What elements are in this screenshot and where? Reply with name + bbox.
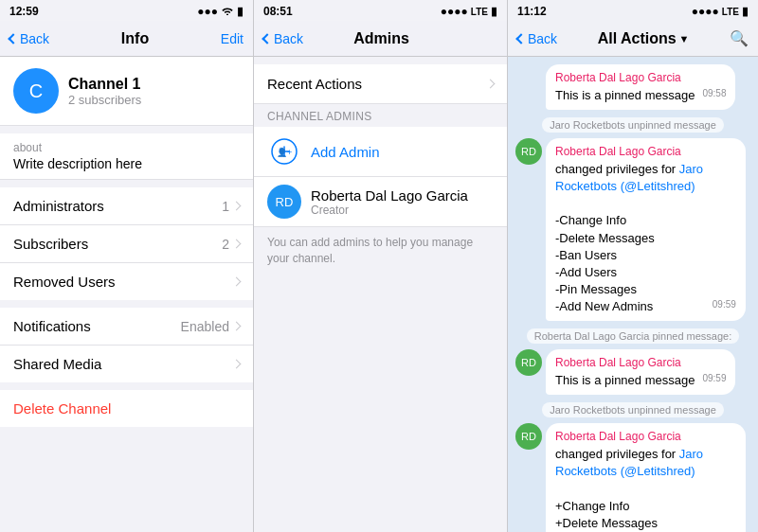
notifications-section: Notifications Enabled Shared Media — [0, 308, 253, 382]
sender-roberta-4: Roberta Dal Lago Garcia — [555, 429, 736, 445]
delete-channel-button[interactable]: Delete Channel — [0, 390, 253, 427]
pinned-text-1: This is a pinned message — [555, 88, 695, 102]
rd-avatar-2: RD — [515, 349, 542, 376]
system-msg-1: Jaro Rocketbots unpinned message — [542, 117, 724, 133]
battery-icon-right: ▮ — [742, 5, 749, 18]
admin-role: Creator — [311, 204, 468, 217]
removed-users-label: Removed Users — [13, 274, 116, 290]
system-msg-3: Jaro Rocketbots unpinned message — [542, 402, 724, 417]
administrators-label: Administrators — [13, 198, 104, 214]
panel-middle: 08:51 ●●●● LTE ▮ Back Admins Recent Acti… — [254, 0, 508, 532]
chevron-right-icon — [232, 202, 242, 211]
battery-icon-middle: ▮ — [491, 5, 497, 18]
admin-name: Roberta Dal Lago Garcia — [311, 187, 468, 204]
sender-roberta-3: Roberta Dal Lago Garcia — [555, 355, 726, 371]
recent-actions-label: Recent Actions — [267, 76, 362, 92]
channel-name: Channel 1 — [68, 76, 141, 93]
help-text: You can add admins to help you manage yo… — [254, 227, 507, 275]
channel-avatar: C — [13, 68, 59, 114]
panel-left: 12:59 ●●● ▮ Back Info Edit C Channel 1 2… — [0, 0, 254, 532]
subscribers-label: Subscribers — [13, 236, 88, 252]
nav-bar-right: Back All Actions ▼ 🔍 — [508, 21, 758, 57]
privileges-msg-2: Roberta Dal Lago Garcia changed privileg… — [546, 423, 746, 532]
about-section: about Write description here — [0, 133, 253, 180]
list-item-shared-media[interactable]: Shared Media — [0, 346, 253, 382]
administrators-right: 1 — [222, 199, 240, 214]
chat-msg-1: Roberta Dal Lago Garcia This is a pinned… — [515, 64, 750, 110]
about-description: Write description here — [13, 156, 240, 171]
chevron-right-icon-2 — [232, 239, 242, 249]
signal-icon-right: ●●●● — [692, 5, 719, 18]
chevron-left-icon — [8, 33, 18, 44]
edit-button[interactable]: Edit — [221, 31, 244, 46]
chat-msg-3: RD Roberta Dal Lago Garcia This is a pin… — [515, 349, 750, 395]
lte-icon-middle: LTE — [471, 7, 488, 17]
list-item-notifications[interactable]: Notifications Enabled — [0, 308, 253, 346]
nav-bar-left: Back Info Edit — [0, 21, 253, 57]
sender-roberta: Roberta Dal Lago Garcia — [555, 70, 726, 86]
recent-actions-chevron — [486, 80, 496, 89]
status-icons-right: ●●●● LTE ▮ — [692, 5, 749, 18]
system-msg-2: Roberta Dal Lago Garcia pinned message: — [527, 328, 740, 344]
subscriber-count: 2 subscribers — [68, 93, 141, 107]
admin-item[interactable]: RD Roberta Dal Lago Garcia Creator — [254, 177, 507, 227]
chevron-left-icon-middle — [262, 33, 272, 44]
add-admin-label: Add Admin — [311, 144, 380, 160]
chevron-right-icon-3 — [232, 277, 242, 287]
notifications-value: Enabled — [181, 319, 229, 334]
status-bar-middle: 08:51 ●●●● LTE ▮ — [254, 0, 507, 21]
profile-info: Channel 1 2 subscribers — [68, 76, 141, 107]
list-item-subscribers[interactable]: Subscribers 2 — [0, 225, 253, 263]
subscribers-count: 2 — [222, 237, 229, 252]
admin-avatar: RD — [267, 185, 301, 219]
time-middle: 08:51 — [263, 5, 293, 18]
profile-section: C Channel 1 2 subscribers — [0, 57, 253, 126]
privileges-msg-1: Roberta Dal Lago Garcia changed privileg… — [546, 138, 746, 321]
list-item-administrators[interactable]: Administrators 1 — [0, 187, 253, 225]
delete-section: Delete Channel — [0, 390, 253, 427]
time-left: 12:59 — [9, 5, 39, 18]
pinned-text-inline: This is a pinned message — [555, 373, 695, 387]
msg-time-1: 09:58 — [702, 87, 726, 100]
notifications-label: Notifications — [13, 318, 91, 334]
removed-users-right — [233, 278, 240, 285]
back-button-left[interactable]: Back — [9, 31, 49, 46]
shared-media-label: Shared Media — [13, 356, 101, 372]
sender-roberta-2: Roberta Dal Lago Garcia — [555, 144, 736, 160]
nav-title-middle: Admins — [353, 30, 409, 47]
back-button-middle[interactable]: Back — [263, 31, 303, 46]
status-icons-middle: ●●●● LTE ▮ — [441, 5, 497, 18]
chevron-right-icon-4 — [232, 322, 242, 331]
recent-actions-item[interactable]: Recent Actions — [254, 64, 507, 104]
add-admin-item[interactable]: 👤+ Add Admin — [254, 127, 507, 177]
wifi-icon-left — [221, 5, 234, 18]
svg-text:👤+: 👤+ — [277, 147, 292, 158]
back-button-right[interactable]: Back — [517, 31, 557, 46]
signal-icon-left: ●●● — [197, 5, 218, 18]
subscribers-right: 2 — [222, 237, 240, 252]
search-icon[interactable]: 🔍 — [730, 29, 749, 47]
rd-avatar-1: RD — [515, 138, 542, 165]
admin-info: Roberta Dal Lago Garcia Creator — [311, 187, 468, 217]
notifications-right: Enabled — [181, 319, 240, 334]
chevron-left-icon-right — [515, 33, 526, 44]
channel-admins-header: CHANNEL ADMINS — [254, 104, 507, 127]
time-right: 11:12 — [517, 5, 547, 18]
shared-media-right — [233, 361, 240, 367]
list-item-removed-users[interactable]: Removed Users — [0, 263, 253, 300]
nav-title-left: Info — [121, 30, 149, 47]
add-admin-icon: 👤+ — [267, 134, 301, 168]
administrators-count: 1 — [222, 199, 229, 214]
pinned-msg-2: Roberta Dal Lago Garcia This is a pinned… — [546, 349, 735, 395]
chat-msg-4: RD Roberta Dal Lago Garcia changed privi… — [515, 423, 750, 532]
pinned-message-bubble: Roberta Dal Lago Garcia This is a pinned… — [546, 64, 735, 110]
rd-avatar-3: RD — [515, 423, 542, 450]
chat-area: Roberta Dal Lago Garcia This is a pinned… — [508, 57, 758, 532]
list-section-main: Administrators 1 Subscribers 2 Removed U… — [0, 187, 253, 300]
nav-title-right: All Actions ▼ — [598, 30, 690, 47]
msg-time-2: 09:59 — [713, 298, 736, 311]
panel-right: 11:12 ●●●● LTE ▮ Back All Actions ▼ 🔍 Ro… — [508, 0, 758, 532]
status-icons-left: ●●● ▮ — [197, 5, 244, 18]
about-label: about — [13, 141, 240, 154]
nav-bar-middle: Back Admins — [254, 21, 507, 57]
